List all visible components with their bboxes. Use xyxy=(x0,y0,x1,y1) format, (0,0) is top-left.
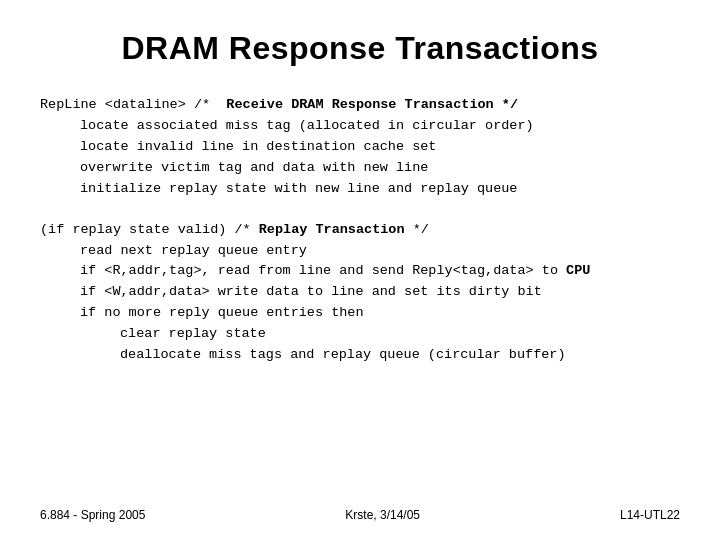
section-2: (if replay state valid) /* Replay Transa… xyxy=(40,220,680,366)
s2-line3: if <R,addr,tag>, read from line and send… xyxy=(40,261,680,282)
s2-line6: clear replay state xyxy=(40,324,680,345)
s1-line4: overwrite victim tag and data with new l… xyxy=(40,158,680,179)
footer-left: 6.884 - Spring 2005 xyxy=(40,508,145,522)
slide-content: RepLine <dataline> /* Receive DRAM Respo… xyxy=(40,95,680,366)
s1-line3: locate invalid line in destination cache… xyxy=(40,137,680,158)
s1-line5: initialize replay state with new line an… xyxy=(40,179,680,200)
s1-line1: RepLine <dataline> /* Receive DRAM Respo… xyxy=(40,95,680,116)
s2l1-bold: Replay Transaction xyxy=(259,222,405,237)
footer: 6.884 - Spring 2005 Krste, 3/14/05 L14-U… xyxy=(0,508,720,522)
s2-line5: if no more reply queue entries then xyxy=(40,303,680,324)
s1-line2: locate associated miss tag (allocated in… xyxy=(40,116,680,137)
footer-center: Krste, 3/14/05 xyxy=(345,508,420,522)
s2-line1: (if replay state valid) /* Replay Transa… xyxy=(40,220,680,241)
slide-title: DRAM Response Transactions xyxy=(40,30,680,67)
cpu-bold: CPU xyxy=(566,263,590,278)
section-1: RepLine <dataline> /* Receive DRAM Respo… xyxy=(40,95,680,200)
footer-right: L14-UTL22 xyxy=(620,508,680,522)
s2-line7: deallocate miss tags and replay queue (c… xyxy=(40,345,680,366)
slide-container: DRAM Response Transactions RepLine <data… xyxy=(0,0,720,540)
s1l1-bold: Receive DRAM Response Transaction */ xyxy=(218,97,518,112)
s1l1-normal: RepLine <dataline> /* xyxy=(40,97,218,112)
s2-line4: if <W,addr,data> write data to line and … xyxy=(40,282,680,303)
s2-line2: read next replay queue entry xyxy=(40,241,680,262)
